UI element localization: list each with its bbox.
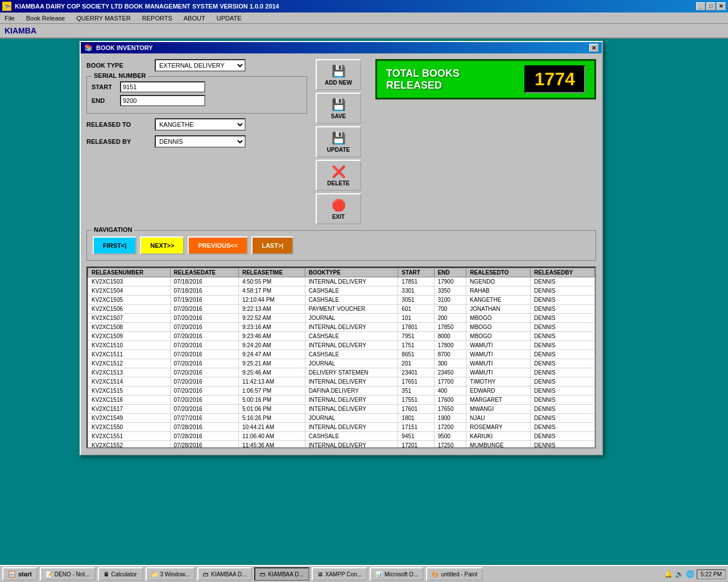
table-cell: DENNIS [531,277,595,286]
released-by-select[interactable]: DENNIS [155,135,246,148]
col-header-start: START [398,268,434,277]
taskbar-calculator[interactable]: 🖩 Calculator [98,567,143,581]
table-cell: RAHAB [466,286,531,296]
exit-icon: 🛑 [332,198,346,212]
minimize-btn[interactable]: _ [696,2,705,10]
dialog-body: BOOK TYPE EXTERNAL DELIVERY SERIAL NUMBE… [81,53,602,454]
table-cell: 07/20/2016 [170,341,238,350]
table-row[interactable]: KV2XC151207/20/20169:25:21 AMJOURNAL2013… [88,359,595,368]
table-row[interactable]: KV2XC150507/19/201612:10:44 PMCASHSALE30… [88,296,595,305]
first-button[interactable]: FIRST<| [93,236,136,255]
table-row[interactable]: KV2XC151507/20/20161:06:57 PMDAFINA DELI… [88,386,595,396]
app-display-title: KIAMBA [5,26,36,35]
book-inventory-dialog: 📚 BOOK INVENTORY ✕ BOOK TYPE EXTERNAL DE… [80,41,603,455]
table-cell: 17201 [398,441,434,449]
book-type-select[interactable]: EXTERNAL DELIVERY [155,59,246,72]
tray-icon-2: 🔊 [675,570,684,578]
table-cell: 9:24:47 AM [238,350,305,359]
table-cell: DENNIS [531,368,595,377]
table-cell: KV2XC1516 [88,396,171,405]
table-row[interactable]: KV2XC151007/20/20169:24:20 AMINTERNAL DE… [88,341,595,350]
table-row[interactable]: KV2XC151407/20/201611:42:13 AMINTERNAL D… [88,377,595,386]
taskbar-kiambaa2[interactable]: 🗃 KIAMBAA D... [254,567,309,581]
last-button[interactable]: LAST>| [251,236,293,255]
dialog-title: BOOK INVENTORY [96,44,153,51]
serial-legend: SERIAL NUMBER [92,72,148,79]
table-row[interactable]: KV2XC154907/27/20165:16:26 PMJOURNAL1801… [88,414,595,423]
menu-querry-master[interactable]: QUERRY MASTER [74,14,133,23]
menu-bar: File Book Release QUERRY MASTER REPORTS … [0,13,728,24]
exit-button[interactable]: 🛑 EXIT [316,193,361,225]
menu-about[interactable]: ABOUT [181,14,208,23]
add-new-button[interactable]: 💾 ADD NEW [316,59,361,90]
table-cell: 17651 [398,377,434,386]
grid-body: KV2XC150307/18/20164:50:55 PMINTERNAL DE… [88,277,595,449]
released-to-select[interactable]: KANGETHE [155,118,246,131]
table-cell: MBOGO [466,332,531,341]
table-cell: 07/20/2016 [170,314,238,323]
table-cell: DAFINA DELIVERY [305,386,398,396]
table-row[interactable]: KV2XC150907/20/20169:23:46 AMCASHSALE795… [88,332,595,341]
col-header-releasedate: RELEASEDATE [170,268,238,277]
table-row[interactable]: KV2XC150807/20/20169:23:16 AMINTERNAL DE… [88,323,595,332]
taskbar-kiambaa1[interactable]: 🗃 KIAMBAA D... [197,567,252,581]
close-btn[interactable]: ✕ [717,2,726,10]
table-row[interactable]: KV2XC151707/20/20165:01:06 PMINTERNAL DE… [88,405,595,414]
table-row[interactable]: KV2XC150707/20/20169:22:52 AMJOURNAL1012… [88,314,595,323]
table-row[interactable]: KV2XC155107/28/201611:06:40 AMCASHSALE94… [88,432,595,441]
table-row[interactable]: KV2XC150607/20/20169:22:13 AMPAYMENT VOU… [88,305,595,314]
dialog-close-btn[interactable]: ✕ [589,44,598,52]
taskbar-xampp[interactable]: 🖥 XAMPP Con... [312,567,367,581]
update-button[interactable]: 💾 UPDATE [316,126,361,157]
start-button[interactable]: 🪟 start [2,567,38,581]
table-cell: 07/20/2016 [170,323,238,332]
app-title-strip: KIAMBA [0,24,728,39]
table-row[interactable]: KV2XC151607/20/20165:00:16 PMINTERNAL DE… [88,396,595,405]
table-cell: MWANGI [466,405,531,414]
table-cell: KV2XC1549 [88,414,171,423]
total-books-panel: TOTAL BOOKS RELEASED 1774 [375,59,596,225]
menu-book-release[interactable]: Book Release [24,14,68,23]
menu-reports[interactable]: REPORTS [140,14,175,23]
table-cell: CASHSALE [305,350,398,359]
table-row[interactable]: KV2XC155007/28/201610:44:21 AMINTERNAL D… [88,423,595,432]
table-cell: KV2XC1508 [88,323,171,332]
table-cell: 3350 [434,286,466,296]
table-row[interactable]: KV2XC150307/18/20164:50:55 PMINTERNAL DE… [88,277,595,286]
table-cell: KV2XC1510 [88,341,171,350]
table-cell: 17600 [434,396,466,405]
save-button[interactable]: 💾 SAVE [316,93,361,124]
table-row[interactable]: KV2XC151307/20/20169:25:46 AMDELIVERY ST… [88,368,595,377]
maximize-btn[interactable]: □ [706,2,715,10]
taskbar-deno[interactable]: 📝 DENO - Not... [40,567,96,581]
menu-update[interactable]: UPDATE [214,14,244,23]
table-cell: INTERNAL DELIVERY [305,277,398,286]
table-cell: 07/20/2016 [170,386,238,396]
start-input[interactable] [120,81,205,93]
table-cell: KV2XC1550 [88,423,171,432]
folder-icon: 📁 [151,571,158,577]
form-left: BOOK TYPE EXTERNAL DELIVERY SERIAL NUMBE… [86,59,307,225]
table-cell: DENNIS [531,305,595,314]
taskbar-microsoft[interactable]: 📊 Microsoft O... [370,567,424,581]
table-cell: 3301 [398,286,434,296]
menu-file[interactable]: File [2,14,17,23]
taskbar-windows[interactable]: 📁 3 Window... [146,567,196,581]
table-cell: 23401 [398,368,434,377]
next-button[interactable]: NEXT>> [140,236,184,255]
start-label: start [18,571,32,577]
delete-button[interactable]: ❌ DELETE [316,160,361,191]
table-cell: INTERNAL DELIVERY [305,377,398,386]
end-input[interactable] [120,95,205,106]
end-label: END [92,97,120,104]
system-clock: 5:22 PM [697,569,726,579]
table-cell: 17551 [398,396,434,405]
total-books-value: 1774 [524,65,585,93]
table-row[interactable]: KV2XC151107/20/20169:24:47 AMCASHSALE865… [88,350,595,359]
data-grid-container[interactable]: RELEASENUMBER RELEASEDATE RELEASETIME BO… [86,267,596,448]
table-cell: 8700 [434,350,466,359]
taskbar-paint[interactable]: 🎨 untitled - Paint [426,567,483,581]
table-row[interactable]: KV2XC150407/18/20164:58:17 PMCASHSALE330… [88,286,595,296]
previous-button[interactable]: PREVIOUS<< [188,236,248,255]
table-row[interactable]: KV2XC155207/28/201611:45:36 AMINTERNAL D… [88,441,595,449]
